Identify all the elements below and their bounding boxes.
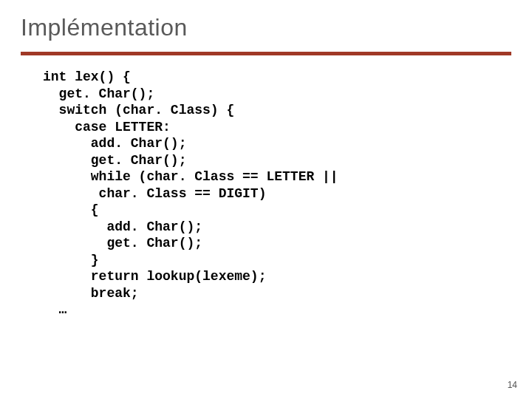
slide: Implémentation int lex() { get. Char(); … [0,0,532,318]
slide-title: Implémentation [21,13,511,41]
code-block: int lex() { get. Char(); switch (char. C… [21,69,511,318]
page-number: 14 [508,380,517,390]
title-divider [21,52,511,55]
